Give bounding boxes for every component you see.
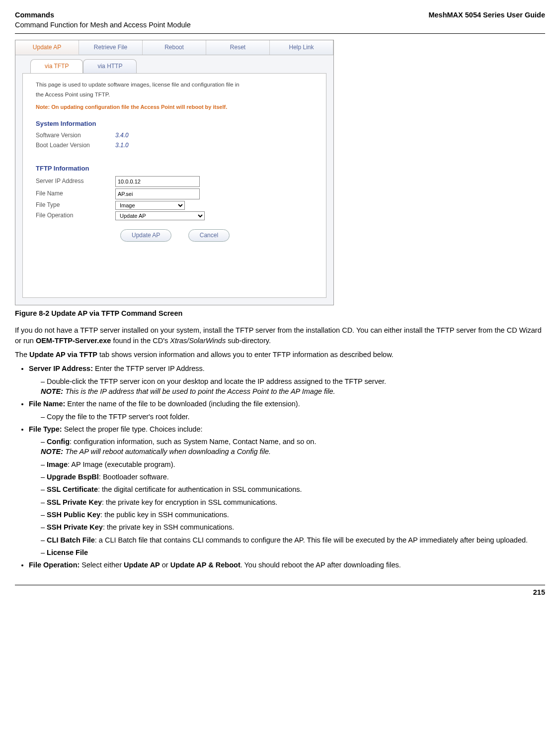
- subtab-via-http[interactable]: via HTTP: [83, 59, 137, 73]
- select-file-operation[interactable]: Update AP: [115, 211, 205, 220]
- item-file-name: File Name: Enter the name of the file to…: [29, 399, 545, 422]
- row-bootloader-version: Boot Loader Version 3.1.0: [36, 141, 317, 150]
- note-config: NOTE: The AP will reboot automatically w…: [41, 447, 545, 456]
- value-bootloader-version: 3.1.0: [115, 141, 129, 150]
- item-filetype-license: License File: [41, 548, 545, 557]
- input-file-name[interactable]: [115, 188, 200, 199]
- subtab-via-tftp[interactable]: via TFTP: [30, 59, 83, 73]
- item-server-ip: Server IP Address: Enter the TFTP server…: [29, 364, 545, 396]
- item-filetype-sslpk: SSL Private Key: the private key for enc…: [41, 497, 545, 507]
- row-file-operation: File Operation Update AP: [36, 211, 317, 220]
- item-filetype-config: Config: configuration information, such …: [41, 437, 545, 457]
- options-list: Server IP Address: Enter the TFTP server…: [15, 364, 545, 570]
- note-server-ip: NOTE: This is the IP address that will b…: [41, 386, 545, 396]
- row-server-ip: Server IP Address: [36, 176, 317, 187]
- button-row: Update AP Cancel: [36, 229, 317, 242]
- panel-desc-line1: This page is used to update software ima…: [36, 81, 317, 89]
- page-footer: 215: [15, 585, 545, 597]
- label-server-ip: Server IP Address: [36, 177, 115, 185]
- label-software-version: Software Version: [36, 131, 115, 140]
- section-system-info: System Information: [36, 119, 317, 128]
- update-ap-button[interactable]: Update AP: [120, 229, 171, 242]
- panel-desc-line2: the Access Point using TFTP.: [36, 91, 317, 98]
- header-title: Commands: [15, 11, 54, 19]
- row-software-version: Software Version 3.4.0: [36, 131, 317, 140]
- row-file-name: File Name: [36, 188, 317, 199]
- item-file-type: File Type: Select the proper file type. …: [29, 424, 545, 557]
- item-filetype-sslcert: SSL Certificate: the digital certificate…: [41, 484, 545, 494]
- paragraph-update-ap-tab: The Update AP via TFTP tab shows version…: [15, 350, 545, 360]
- page-header: Commands Command Function for Mesh and A…: [15, 10, 545, 34]
- item-file-operation: File Operation: Select either Update AP …: [29, 560, 545, 570]
- label-file-type: File Type: [36, 201, 115, 209]
- label-file-operation: File Operation: [36, 211, 115, 220]
- tab-update-ap[interactable]: Update AP: [15, 40, 79, 55]
- tab-help-link[interactable]: Help Link: [270, 40, 333, 55]
- item-server-ip-sub: Double-click the TFTP server icon on you…: [41, 376, 545, 397]
- sub-tab-bar: via TFTP via HTTP: [15, 55, 333, 73]
- value-software-version: 3.4.0: [115, 131, 129, 140]
- tab-reboot[interactable]: Reboot: [143, 40, 206, 55]
- item-filetype-sshpub: SSH Public Key: the public key in SSH co…: [41, 510, 545, 520]
- header-right: MeshMAX 5054 Series User Guide: [428, 10, 545, 30]
- figure-caption: Figure 8-2 Update AP via TFTP Command Sc…: [15, 308, 545, 318]
- paragraph-tftp-install: If you do not have a TFTP server install…: [15, 325, 545, 346]
- section-tftp-info: TFTP Information: [36, 164, 317, 173]
- item-filetype-sshpriv: SSH Private Key: the private key in SSH …: [41, 522, 545, 532]
- item-file-name-sub: Copy the file to the TFTP server's root …: [41, 412, 545, 422]
- tab-reset[interactable]: Reset: [206, 40, 270, 55]
- tftp-panel: This page is used to update software ima…: [22, 73, 326, 298]
- input-server-ip[interactable]: [115, 176, 200, 187]
- select-file-type[interactable]: Image: [115, 201, 185, 210]
- label-bootloader-version: Boot Loader Version: [36, 141, 115, 150]
- row-file-type: File Type Image: [36, 201, 317, 210]
- top-tab-bar: Update AP Retrieve File Reboot Reset Hel…: [15, 40, 333, 56]
- tab-retrieve-file[interactable]: Retrieve File: [79, 40, 143, 55]
- label-file-name: File Name: [36, 189, 115, 198]
- cancel-button[interactable]: Cancel: [188, 229, 230, 242]
- header-left: Commands Command Function for Mesh and A…: [15, 10, 191, 30]
- item-filetype-clibatch: CLI Batch File: a CLI Batch file that co…: [41, 535, 545, 545]
- page-number: 215: [533, 588, 545, 596]
- item-filetype-image: Image: AP Image (executable program).: [41, 459, 545, 469]
- panel-warning: Note: On updating configuration file the…: [36, 103, 317, 111]
- header-subtitle: Command Function for Mesh and Access Poi…: [15, 20, 191, 30]
- item-filetype-bspbl: Upgrade BspBl: Bootloader software.: [41, 472, 545, 482]
- ap-config-screenshot: Update AP Retrieve File Reboot Reset Hel…: [15, 40, 334, 306]
